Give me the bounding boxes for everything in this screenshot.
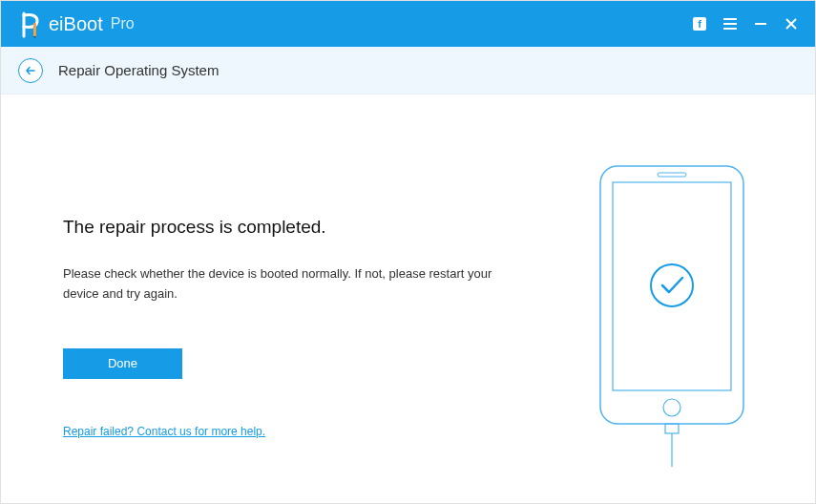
svg-point-14 [651,264,693,306]
svg-marker-1 [33,36,36,38]
done-button[interactable]: Done [63,348,182,379]
svg-text:f: f [698,18,701,30]
close-icon[interactable] [783,15,800,32]
minimize-icon[interactable] [752,15,769,32]
facebook-icon[interactable]: f [691,15,708,32]
subheader: Repair Operating System [1,47,815,94]
svg-rect-12 [658,173,686,177]
page-title: Repair Operating System [58,62,219,78]
content-area: The repair process is completed. Please … [1,94,815,504]
titlebar-controls: f [691,15,806,32]
logo: eiBoot Pro [20,10,135,38]
phone-illustration [596,161,748,471]
headline: The repair process is completed. [63,217,521,238]
logo-icon [20,10,45,38]
help-link[interactable]: Repair failed? Contact us for more help. [63,425,265,438]
svg-rect-10 [600,166,743,424]
back-button[interactable] [18,58,43,83]
menu-icon[interactable] [722,15,739,32]
phone-success-icon [596,161,748,467]
subtext: Please check whether the device is boote… [63,264,502,304]
brand-pro-label: Pro [111,15,135,32]
svg-rect-15 [665,424,679,433]
arrow-left-icon [25,65,36,76]
svg-rect-11 [613,182,731,390]
svg-rect-0 [33,23,36,36]
brand-text: eiBoot [49,13,103,35]
titlebar: eiBoot Pro f [1,1,815,47]
svg-point-13 [663,399,680,416]
